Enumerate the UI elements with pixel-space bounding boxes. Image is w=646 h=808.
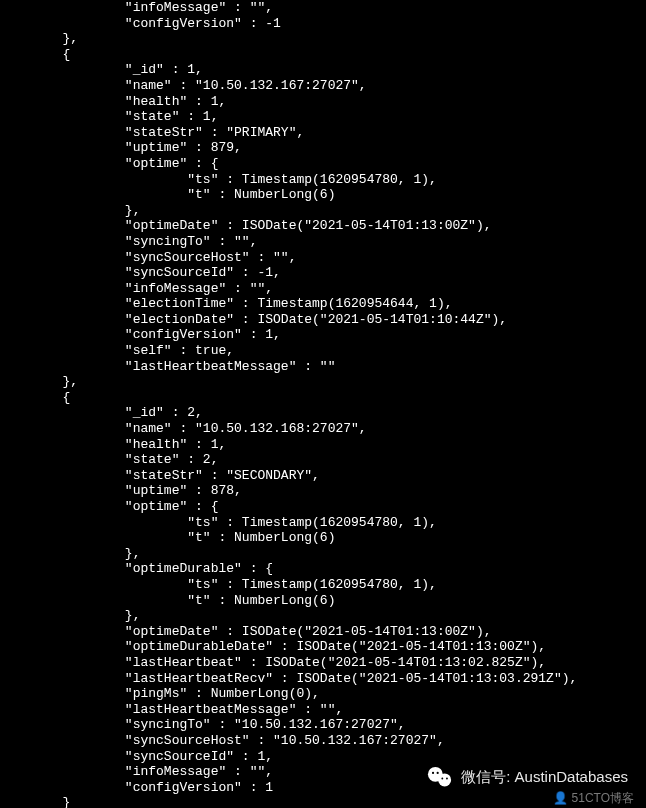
line: }, (125, 608, 141, 623)
attribution: 👤 51CTO博客 (553, 791, 634, 805)
line: "configVersion" : -1 (125, 16, 281, 31)
line: "optime" : { (125, 156, 219, 171)
terminal-output: "infoMessage" : "", "configVersion" : -1… (0, 0, 646, 808)
line: "stateStr" : "PRIMARY", (125, 125, 304, 140)
line: "configVersion" : 1, (125, 327, 281, 342)
line: "lastHeartbeatMessage" : "" (125, 359, 336, 374)
line: "self" : true, (125, 343, 234, 358)
line: "t" : NumberLong(6) (187, 593, 335, 608)
line: "pingMs" : NumberLong(0), (125, 686, 320, 701)
attribution-icon: 👤 (553, 791, 568, 805)
watermark-label: 微信号: AustinDatabases (461, 768, 628, 786)
line: "infoMessage" : "", (125, 281, 273, 296)
line: "infoMessage" : "", (125, 764, 273, 779)
line: "health" : 1, (125, 437, 226, 452)
line: "optime" : { (125, 499, 219, 514)
line: "state" : 2, (125, 452, 219, 467)
svg-point-4 (442, 778, 444, 780)
line: "lastHeartbeatRecv" : ISODate("2021-05-1… (125, 671, 577, 686)
line: "lastHeartbeat" : ISODate("2021-05-14T01… (125, 655, 546, 670)
svg-point-1 (438, 773, 451, 786)
line: "optimeDurable" : { (125, 561, 273, 576)
line: "state" : 1, (125, 109, 219, 124)
line: "syncingTo" : "10.50.132.167:27027", (125, 717, 406, 732)
line: "name" : "10.50.132.168:27027", (125, 421, 367, 436)
line: "name" : "10.50.132.167:27027", (125, 78, 367, 93)
line: "t" : NumberLong(6) (187, 187, 335, 202)
line: "syncSourceHost" : "10.50.132.167:27027"… (125, 733, 445, 748)
svg-point-5 (446, 778, 448, 780)
line: "electionDate" : ISODate("2021-05-14T01:… (125, 312, 507, 327)
line: "syncSourceId" : 1, (125, 749, 273, 764)
line: } (62, 795, 70, 808)
line: "health" : 1, (125, 94, 226, 109)
line: "t" : NumberLong(6) (187, 530, 335, 545)
line: "optimeDate" : ISODate("2021-05-14T01:13… (125, 218, 492, 233)
attribution-label: 51CTO博客 (572, 791, 634, 805)
line: "optimeDate" : ISODate("2021-05-14T01:13… (125, 624, 492, 639)
line: "optimeDurableDate" : ISODate("2021-05-1… (125, 639, 546, 654)
line: "lastHeartbeatMessage" : "", (125, 702, 343, 717)
line: "ts" : Timestamp(1620954780, 1), (187, 577, 437, 592)
svg-point-3 (437, 772, 439, 774)
line: "uptime" : 879, (125, 140, 242, 155)
line: "syncSourceHost" : "", (125, 250, 297, 265)
line: "syncSourceId" : -1, (125, 265, 281, 280)
line: "stateStr" : "SECONDARY", (125, 468, 320, 483)
line: }, (125, 546, 141, 561)
line: "ts" : Timestamp(1620954780, 1), (187, 172, 437, 187)
line: "_id" : 1, (125, 62, 203, 77)
watermark: 微信号: AustinDatabases (427, 766, 628, 788)
wechat-icon (427, 766, 453, 788)
svg-point-2 (432, 772, 434, 774)
line: "_id" : 2, (125, 405, 203, 420)
line: "syncingTo" : "", (125, 234, 258, 249)
line: }, (125, 203, 141, 218)
line: "infoMessage" : "", (125, 0, 273, 15)
line: "configVersion" : 1 (125, 780, 273, 795)
line: "electionTime" : Timestamp(1620954644, 1… (125, 296, 453, 311)
line: "ts" : Timestamp(1620954780, 1), (187, 515, 437, 530)
line: "uptime" : 878, (125, 483, 242, 498)
